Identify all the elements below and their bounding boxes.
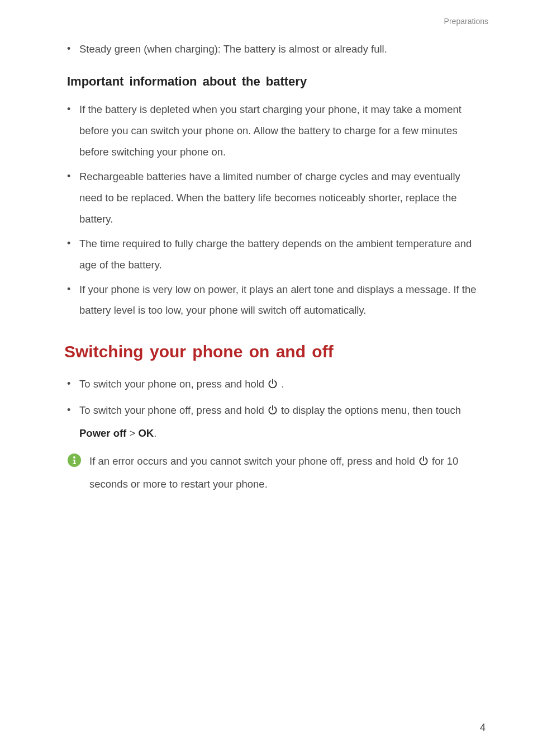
heading-switching-phone: Switching your phone on and off (64, 342, 486, 361)
info-icon (67, 453, 82, 475)
text-segment: > (126, 427, 138, 439)
power-icon (267, 401, 278, 423)
bold-ok: OK (138, 427, 154, 439)
list-item-switch-on: To switch your phone on, press and hold … (67, 374, 486, 396)
info-text-part1: If an error occurs and you cannot switch… (89, 455, 418, 467)
list-item: The time required to fully charge the ba… (67, 233, 486, 276)
text-segment: To switch your phone on, press and hold (79, 378, 267, 390)
text-segment: to display the options menu, then touch (281, 404, 461, 416)
power-icon (418, 452, 429, 474)
info-note: If an error occurs and you cannot switch… (67, 451, 486, 495)
battery-info-list: If the battery is depleted when you star… (67, 99, 486, 321)
heading-important-info: Important information about the battery (67, 74, 486, 89)
svg-point-1 (73, 456, 75, 459)
text-segment: To switch your phone off, press and hold (79, 404, 267, 416)
page-number: 4 (480, 722, 486, 734)
section-header-label: Preparations (444, 17, 488, 26)
bold-power-off: Power off (79, 427, 126, 439)
text-segment: . (281, 378, 284, 390)
page-content: Steady green (when charging): The batter… (0, 0, 533, 495)
list-item-switch-off: To switch your phone off, press and hold… (67, 400, 486, 444)
text-segment: . (154, 427, 156, 439)
switch-phone-list: To switch your phone on, press and hold … (67, 374, 486, 444)
power-icon (267, 375, 278, 396)
bullet-steady-green: Steady green (when charging): The batter… (67, 39, 486, 59)
list-item: If the battery is depleted when you star… (67, 99, 486, 163)
list-item: If your phone is very low on power, it p… (67, 279, 486, 322)
list-item: Rechargeable batteries have a limited nu… (67, 166, 486, 230)
